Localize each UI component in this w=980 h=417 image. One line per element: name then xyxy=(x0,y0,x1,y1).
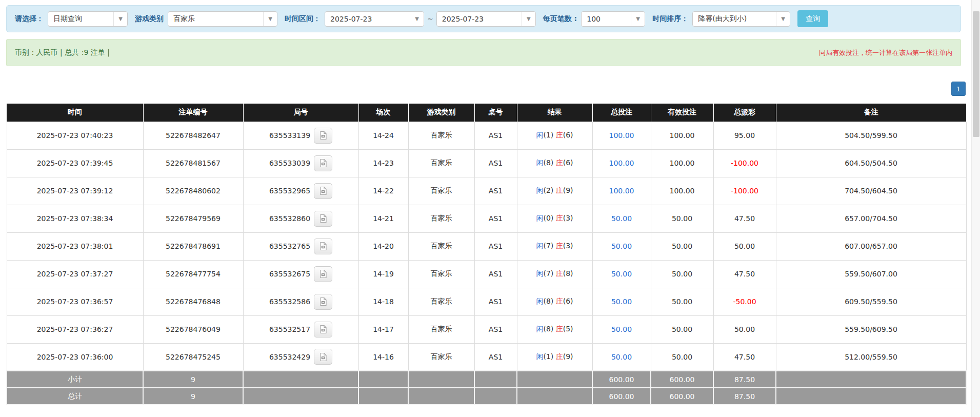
vertical-scrollbar[interactable] xyxy=(971,0,980,417)
result-cell: 闲(8) 庄(6) xyxy=(517,149,592,177)
video-replay-button[interactable] xyxy=(314,155,332,171)
player-result: 闲 xyxy=(536,242,543,250)
total-bet-link[interactable]: 100.00 xyxy=(609,159,634,167)
player-result: 闲 xyxy=(536,158,543,167)
remark-cell: 559.50/607.00 xyxy=(776,260,966,288)
total-bet-cell: 50.00 xyxy=(592,232,651,260)
payout-cell: -50.00 xyxy=(713,288,776,315)
banker-result: 庄 xyxy=(556,269,563,277)
chevron-down-icon[interactable]: ▼ xyxy=(522,12,535,26)
round-cell: 635533039 xyxy=(243,149,358,177)
video-replay-button[interactable] xyxy=(314,211,332,227)
time-cell: 2025-07-23 07:39:45 xyxy=(7,149,143,177)
query-type-dropdown[interactable]: 日期查询 ▼ xyxy=(48,11,128,27)
date-to-picker[interactable]: 2025-07-23 ▼ xyxy=(436,11,536,27)
game-type-cell: 百家乐 xyxy=(408,232,474,260)
remark-cell: 504.50/599.50 xyxy=(776,122,966,149)
table-no-cell: AS1 xyxy=(474,122,517,149)
remark-cell: 559.50/609.50 xyxy=(776,315,966,343)
total-bet-link[interactable]: 100.00 xyxy=(609,187,634,195)
bet-records-table-wrap: 时间注单编号局号场次游戏类别桌号结果总投注有效投注总派彩备注 2025-07-2… xyxy=(6,104,966,405)
chevron-down-icon[interactable]: ▼ xyxy=(410,12,424,26)
payout-cell: -100.00 xyxy=(713,177,776,205)
total-bet-link[interactable]: 100.00 xyxy=(609,131,634,140)
remark-cell: 609.50/559.50 xyxy=(776,288,966,315)
total-bet-link[interactable]: 50.00 xyxy=(611,242,632,250)
video-file-icon xyxy=(318,186,328,195)
chevron-down-icon[interactable]: ▼ xyxy=(113,12,127,26)
header-cell: 总派彩 xyxy=(713,104,776,122)
query-type-value: 日期查询 xyxy=(48,14,113,24)
header-cell: 游戏类别 xyxy=(408,104,474,122)
bet-id-cell: 522678475245 xyxy=(143,343,243,371)
time-cell: 2025-07-23 07:38:01 xyxy=(7,232,143,260)
sort-dropdown[interactable]: 降幂(由大到小) ▼ xyxy=(692,11,790,27)
game-type-cell: 百家乐 xyxy=(408,149,474,177)
search-button[interactable]: 查询 xyxy=(797,10,828,27)
game-type-cell: 百家乐 xyxy=(408,122,474,149)
round-number: 635532765 xyxy=(269,242,310,250)
payout-cell: 47.50 xyxy=(713,343,776,371)
remark-cell: 657.00/704.50 xyxy=(776,205,966,232)
time-cell: 2025-07-23 07:39:12 xyxy=(7,177,143,205)
per-page-label: 每页笔数 : xyxy=(543,14,577,24)
table-row: 2025-07-23 07:38:01522678478691635532765… xyxy=(7,232,966,260)
time-cell: 2025-07-23 07:37:27 xyxy=(7,260,143,288)
bet-id-cell: 522678476848 xyxy=(143,288,243,315)
valid-bet-cell: 100.00 xyxy=(651,122,713,149)
session-cell: 14-21 xyxy=(358,205,408,232)
video-replay-button[interactable] xyxy=(314,322,332,337)
total-bet-link[interactable]: 50.00 xyxy=(611,325,632,333)
payout-cell: 47.50 xyxy=(713,205,776,232)
player-result: 闲 xyxy=(536,131,543,139)
total-bet-cell: 50.00 xyxy=(592,343,651,371)
remark-cell: 512.00/559.50 xyxy=(776,343,966,371)
video-replay-button[interactable] xyxy=(314,294,332,310)
chevron-down-icon[interactable]: ▼ xyxy=(776,12,790,26)
total-bet-link[interactable]: 50.00 xyxy=(611,297,632,306)
sort-label: 时间排序： xyxy=(652,14,688,24)
video-file-icon xyxy=(318,297,328,306)
time-range-label: 时间区间： xyxy=(285,14,321,24)
video-file-icon xyxy=(318,131,328,140)
result-cell: 闲(0) 庄(3) xyxy=(517,205,592,232)
table-no-cell: AS1 xyxy=(474,149,517,177)
game-type-cell: 百家乐 xyxy=(408,315,474,343)
per-page-dropdown[interactable]: 100 ▼ xyxy=(581,11,645,27)
video-replay-button[interactable] xyxy=(314,266,332,282)
range-separator: ~ xyxy=(427,15,433,23)
remark-cell: 607.00/657.00 xyxy=(776,232,966,260)
chevron-down-icon[interactable]: ▼ xyxy=(263,12,277,26)
round-number: 635532517 xyxy=(269,325,310,333)
table-header-row: 时间注单编号局号场次游戏类别桌号结果总投注有效投注总派彩备注 xyxy=(7,104,966,122)
date-from-picker[interactable]: 2025-07-23 ▼ xyxy=(325,11,424,27)
table-row: 2025-07-23 07:36:27522678476049635532517… xyxy=(7,315,966,343)
total-bet-cell: 50.00 xyxy=(592,205,651,232)
chevron-down-icon[interactable]: ▼ xyxy=(631,12,645,26)
page-button-1[interactable]: 1 xyxy=(951,82,966,96)
video-replay-button[interactable] xyxy=(314,183,332,199)
result-cell: 闲(8) 庄(5) xyxy=(517,315,592,343)
summary-valid-bet-cell: 600.00 xyxy=(651,371,713,388)
game-category-dropdown[interactable]: 百家乐 ▼ xyxy=(168,11,277,27)
video-replay-button[interactable] xyxy=(314,128,332,144)
table-row: 2025-07-23 07:39:45522678481567635533039… xyxy=(7,149,966,177)
valid-bet-cell: 100.00 xyxy=(651,177,713,205)
time-cell: 2025-07-23 07:36:27 xyxy=(7,315,143,343)
summary-label-cell: 总计 xyxy=(7,388,143,405)
currency-total-info: 币别 : 人民币 | 总共 :9 注单 | xyxy=(15,48,110,57)
table-no-cell: AS1 xyxy=(474,232,517,260)
round-number: 635532860 xyxy=(269,214,310,223)
session-cell: 14-19 xyxy=(358,260,408,288)
bet-id-cell: 522678477754 xyxy=(143,260,243,288)
total-bet-link[interactable]: 50.00 xyxy=(611,353,632,361)
valid-bet-cell: 50.00 xyxy=(651,288,713,315)
scrollbar-thumb[interactable] xyxy=(973,11,979,137)
date-to-value: 2025-07-23 xyxy=(437,15,522,23)
video-file-icon xyxy=(318,214,328,223)
total-bet-link[interactable]: 50.00 xyxy=(611,270,632,278)
video-replay-button[interactable] xyxy=(314,239,332,254)
video-replay-button[interactable] xyxy=(314,349,332,365)
table-no-cell: AS1 xyxy=(474,260,517,288)
total-bet-link[interactable]: 50.00 xyxy=(611,214,632,223)
